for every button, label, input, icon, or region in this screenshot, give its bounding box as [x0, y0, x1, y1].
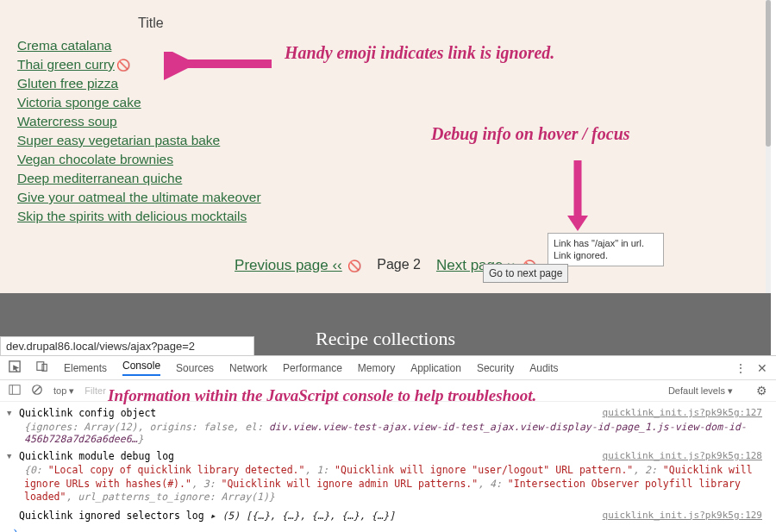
recipe-link[interactable]: Skip the spirits with delicious mocktail… — [17, 209, 247, 223]
filter-input[interactable]: Filter — [84, 385, 105, 396]
recipe-list: Crema catalana Thai green curry🚫 Gluten … — [17, 38, 754, 224]
column-title: Title — [138, 16, 754, 31]
pager-current: Page 2 — [377, 257, 421, 272]
annotation-text: Handy emoji indicates link is ignored. — [285, 43, 554, 63]
close-icon[interactable]: ✕ — [757, 361, 767, 375]
log-title: Quicklink module debug log — [19, 450, 174, 462]
tab-console[interactable]: Console — [122, 360, 160, 376]
recipe-link[interactable]: Watercress soup — [17, 114, 117, 128]
levels-selector[interactable]: Default levels ▾ — [668, 385, 733, 397]
gear-icon[interactable]: ⚙ — [756, 384, 767, 397]
log-body: {0: "Local copy of quicklink library det… — [7, 464, 769, 504]
console-log-entry[interactable]: Quicklink ignored selectors log ▸ (5) [{… — [7, 510, 769, 522]
recipe-link[interactable]: Vegan chocolate brownies — [17, 152, 173, 166]
tab-application[interactable]: Application — [410, 362, 461, 374]
svg-rect-5 — [9, 385, 20, 395]
devtools-tabbar: Elements Console Sources Network Perform… — [0, 356, 776, 380]
recipe-link[interactable]: Super easy vegetarian pasta bake — [17, 133, 220, 147]
console-log-entry[interactable]: ▼ Quicklink module debug log quicklink_i… — [7, 450, 769, 462]
device-icon[interactable] — [36, 360, 48, 375]
recipe-link[interactable]: Crema catalana — [17, 38, 111, 53]
scrollbar-thumb[interactable] — [766, 0, 771, 147]
pager-prev-link[interactable]: Previous page ‹‹ — [235, 257, 342, 273]
console-log-entry[interactable]: ▼ Quicklink config object quicklink_init… — [7, 407, 769, 419]
no-entry-icon: 🚫 — [347, 260, 361, 272]
tab-sources[interactable]: Sources — [176, 362, 214, 374]
tab-audits[interactable]: Audits — [529, 362, 558, 374]
go-next-button[interactable]: Go to next page — [483, 264, 568, 283]
inspect-icon[interactable] — [9, 360, 21, 375]
devtools-panel: Elements Console Sources Network Perform… — [0, 355, 776, 532]
sidebar-toggle-icon[interactable] — [9, 384, 21, 397]
recipe-link[interactable]: Gluten free pizza — [17, 76, 118, 91]
log-source-link[interactable]: quicklink_init.js?pk9k5g:129 — [603, 510, 762, 521]
svg-line-8 — [34, 387, 41, 393]
more-icon[interactable]: ⋮ — [735, 361, 747, 375]
log-source-link[interactable]: quicklink_init.js?pk9k5g:128 — [603, 450, 762, 461]
annotation-text: Debug info on hover / focus — [431, 124, 630, 144]
page-content: Title Crema catalana Thai green curry🚫 G… — [0, 0, 771, 293]
tab-performance[interactable]: Performance — [283, 362, 342, 374]
recipe-link[interactable]: Thai green curry — [17, 57, 115, 72]
log-body: {ignores: Array(12), origins: false, el:… — [7, 421, 769, 445]
tab-elements[interactable]: Elements — [64, 362, 107, 374]
log-title: Quicklink config object — [19, 407, 156, 419]
section-title: Recipe collections — [316, 328, 455, 350]
no-entry-icon: 🚫 — [116, 59, 130, 72]
clear-console-icon[interactable] — [31, 384, 43, 397]
debug-tooltip: Link has "/ajax" in url. Link ignored. — [548, 233, 664, 266]
tab-network[interactable]: Network — [229, 362, 267, 374]
arrow-icon — [560, 155, 595, 233]
expand-icon[interactable]: ▼ — [7, 452, 11, 460]
log-source-link[interactable]: quicklink_init.js?pk9k5g:127 — [603, 407, 762, 418]
tooltip-line: Link ignored. — [554, 249, 658, 261]
annotation-text: Information within the JavaScript consol… — [108, 386, 536, 405]
recipe-link[interactable]: Victoria sponge cake — [17, 95, 141, 110]
tab-security[interactable]: Security — [477, 362, 514, 374]
log-array[interactable]: ▸ (5) [{…}, {…}, {…}, {…}, {…}] — [210, 510, 396, 522]
arrow-icon — [164, 52, 276, 81]
context-selector[interactable]: top ▾ — [53, 385, 74, 397]
recipe-link[interactable]: Give your oatmeal the ultimate makeover — [17, 190, 261, 204]
tab-memory[interactable]: Memory — [358, 362, 395, 374]
url-overlay: dev.drupal86.local/views/ajax?page=2 — [0, 336, 254, 356]
log-title: Quicklink ignored selectors log — [19, 510, 204, 522]
console-output: ▼ Quicklink config object quicklink_init… — [0, 402, 776, 532]
console-prompt[interactable]: › — [7, 525, 769, 532]
recipe-link[interactable]: Deep mediterranean quiche — [17, 171, 182, 185]
expand-icon[interactable]: ▼ — [7, 409, 11, 417]
tooltip-line: Link has "/ajax" in url. — [554, 237, 658, 249]
